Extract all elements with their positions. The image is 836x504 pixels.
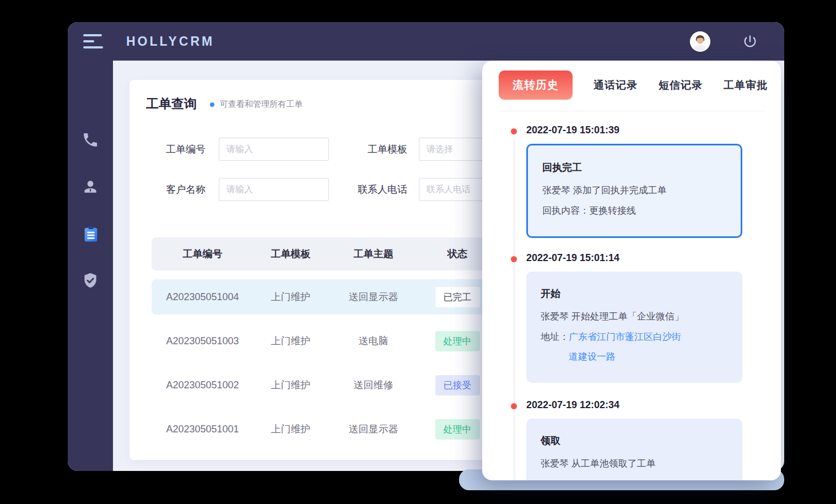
col-header-template: 工单模板 <box>254 247 328 261</box>
filter-label: 工单模板 <box>357 143 407 156</box>
sidebar <box>68 61 113 471</box>
address-label: 地址： <box>541 327 569 367</box>
cell-template: 上门维护 <box>254 378 328 392</box>
timeline-dot-icon <box>511 128 517 134</box>
sidebar-item-customers[interactable] <box>82 178 99 196</box>
timeline-card-completed[interactable]: 回执完工 张爱琴 添加了回执并完成工单 回执内容：更换转接线 <box>526 144 742 238</box>
timeline-card-text: 回执内容：更换转接线 <box>542 201 726 221</box>
app-logo: HOLLYCRM <box>126 34 214 49</box>
address-link[interactable]: 广东省江门市蓬江区白沙街道建设一路 <box>569 327 686 367</box>
filter-order-id: 工单编号 <box>156 138 329 161</box>
filter-label: 工单编号 <box>156 143 206 156</box>
filter-customer-name: 客户名称 <box>156 178 329 201</box>
cell-order-id: A202305051002 <box>152 380 254 391</box>
timeline-card-title: 领取 <box>541 434 728 447</box>
cell-subject: 送回维修 <box>328 378 419 392</box>
status-badge: 处理中 <box>435 419 480 440</box>
cell-subject: 送回显示器 <box>328 290 419 304</box>
timeline-dot-icon <box>511 403 517 409</box>
col-header-order-id: 工单编号 <box>152 247 254 261</box>
power-icon[interactable] <box>742 34 758 49</box>
screenshot-stage: HOLLYCRM <box>0 0 836 504</box>
timeline-card-text: 张爱琴 从工单池领取了工单 <box>541 454 728 474</box>
status-badge: 已完工 <box>435 287 480 307</box>
cell-template: 上门维护 <box>254 290 328 304</box>
filter-label: 联系人电话 <box>357 183 407 196</box>
customer-name-input[interactable] <box>219 178 329 201</box>
sidebar-item-work-orders[interactable] <box>82 225 99 242</box>
user-avatar[interactable] <box>690 31 710 52</box>
sidebar-item-phone[interactable] <box>82 131 99 149</box>
timeline-card-text: 张爱琴 添加了回执并完成工单 <box>542 181 726 201</box>
clipboard-icon <box>82 225 100 243</box>
detail-panel: 流转历史 通话记录 短信记录 工单审批 2022-07-19 15:01:39 … <box>482 61 781 480</box>
timeline-entry: 2022-07-19 15:01:39 回执完工 张爱琴 添加了回执并完成工单 … <box>526 124 761 238</box>
page-title: 工单查询 <box>146 95 197 112</box>
app-header: HOLLYCRM <box>68 22 784 61</box>
tab-order-approval[interactable]: 工单审批 <box>724 78 768 93</box>
timeline-card-title: 开始 <box>541 287 728 300</box>
order-id-input[interactable] <box>219 138 329 161</box>
status-badge: 处理中 <box>435 331 480 351</box>
timeline-timestamp: 2022-07-19 15:01:14 <box>526 252 761 264</box>
page-subtitle: 可查看和管理所有工单 <box>220 99 303 110</box>
status-badge: 已接受 <box>435 375 480 395</box>
timeline-line <box>514 139 515 480</box>
timeline: 2022-07-19 15:01:39 回执完工 张爱琴 添加了回执并完成工单 … <box>482 111 781 480</box>
timeline-card-claimed[interactable]: 领取 张爱琴 从工单池领取了工单 <box>526 419 742 480</box>
timeline-entry: 2022-07-19 15:01:14 开始 张爱琴 开始处理工单「企业微信」 … <box>526 252 761 383</box>
timeline-card-text: 张爱琴 开始处理工单「企业微信」 <box>541 307 728 327</box>
sidebar-item-security[interactable] <box>82 272 99 289</box>
cell-order-id: A202305051003 <box>152 335 254 347</box>
cell-order-id: A202305051001 <box>152 424 254 435</box>
timeline-timestamp: 2022-07-19 12:02:34 <box>526 399 761 411</box>
tab-circulation-history[interactable]: 流转历史 <box>499 71 573 100</box>
cell-subject: 送回显示器 <box>328 422 419 436</box>
tab-call-records[interactable]: 通话记录 <box>594 78 638 93</box>
timeline-timestamp: 2022-07-19 15:01:39 <box>526 124 761 136</box>
tab-sms-records[interactable]: 短信记录 <box>659 78 703 93</box>
cell-template: 上门维护 <box>254 334 328 348</box>
timeline-entry: 2022-07-19 12:02:34 领取 张爱琴 从工单池领取了工单 <box>526 399 761 480</box>
user-icon <box>82 178 99 196</box>
timeline-dot-icon <box>511 256 517 262</box>
filter-label: 客户名称 <box>156 183 206 196</box>
timeline-card-title: 回执完工 <box>542 161 726 174</box>
col-header-subject: 工单主题 <box>328 247 419 261</box>
subtitle-dot-icon <box>210 102 214 107</box>
shield-check-icon <box>82 272 99 289</box>
cell-subject: 送电脑 <box>328 334 419 348</box>
cell-order-id: A202305051004 <box>152 291 254 303</box>
menu-icon[interactable] <box>83 30 104 52</box>
cell-template: 上门维护 <box>254 422 328 436</box>
panel-tabs: 流转历史 通话记录 短信记录 工单审批 <box>482 61 781 100</box>
timeline-card-start[interactable]: 开始 张爱琴 开始处理工单「企业微信」 地址： 广东省江门市蓬江区白沙街道建设一… <box>526 272 742 383</box>
phone-icon <box>82 131 99 149</box>
